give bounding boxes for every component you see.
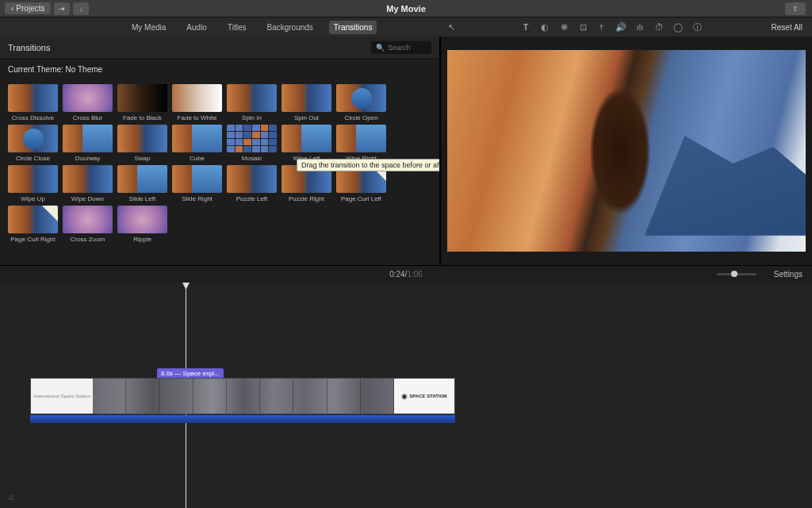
share-button[interactable]: ⇪ [785,2,806,15]
transition-label: Circle Close [16,155,50,162]
title-bar: ‹ Projects ⇥ ↓ My Movie ⇪ [0,0,812,17]
tab-audio[interactable]: Audio [182,21,212,34]
chevron-left-icon: ‹ [11,4,13,13]
import-media-button[interactable]: ⇥ [54,2,70,15]
transition-ripple[interactable]: Ripple [117,206,167,243]
transition-thumbnail [282,84,331,112]
title-clip[interactable]: International Space Station [31,379,93,414]
transition-label: Page Curl Right [10,236,55,243]
transition-thumbnail [8,165,58,193]
search-icon: 🔍 [376,44,385,52]
transition-fade-to-white[interactable]: Fade to White [172,84,222,121]
transition-label: Slide Left [129,195,155,202]
transition-thumbnail [8,84,58,112]
transition-wipe-left[interactable]: Wipe Left [282,125,331,162]
preview-video-frame[interactable] [447,50,806,252]
transition-page-curl-right[interactable]: Page Curl Right [8,206,58,243]
transition-spin-out[interactable]: Spin Out [282,84,331,121]
current-theme-label: Current Theme: No Theme [0,60,439,79]
clip-filter-button[interactable]: ◯ [672,21,684,33]
end-clip-label: SPACE STATION [409,394,446,398]
transition-slide-right[interactable]: Slide Right [172,165,222,202]
download-icon: ↓ [79,5,83,13]
transition-cross-blur[interactable]: Cross Blur [63,84,113,121]
search-placeholder: Search [388,44,411,52]
transition-fade-to-black[interactable]: Fade to Black [117,84,167,121]
transition-spin-in[interactable]: Spin In [227,84,277,121]
transition-doorway[interactable]: Doorway [63,125,113,162]
transition-label: Cube [190,155,205,162]
video-clip[interactable] [93,379,394,414]
reset-all-button[interactable]: Reset All [772,23,802,32]
transition-label: Cross Dissolve [12,114,54,121]
drag-tooltip: Drag the transition to the space before … [297,159,439,171]
total-duration: 1:06 [407,270,422,279]
tab-my-media[interactable]: My Media [127,21,170,34]
transition-cross-dissolve[interactable]: Cross Dissolve [8,84,58,121]
transition-wipe-down[interactable]: Wipe Down [63,165,113,202]
transition-thumbnail [117,206,167,233]
color-balance-button[interactable]: ◐ [539,21,550,33]
project-title: My Movie [386,4,426,13]
transition-thumbnail [117,165,167,193]
music-icon: ♫ [8,493,14,502]
transition-puzzle-left[interactable]: Puzzle Left [227,165,277,202]
transition-thumbnail [336,84,386,112]
transition-label: Spin Out [294,114,319,121]
transition-thumbnail [227,165,277,193]
preview-tools: ↖ T ◐ ❋ ⊡ ⫯ 🔊 ılı ⏱ ◯ ⓘ [446,21,703,33]
info-button[interactable]: ⓘ [691,21,703,33]
text-tool-button[interactable]: T [520,21,531,33]
transition-label: Puzzle Right [289,195,324,202]
transition-label: Doorway [75,155,101,162]
transition-circle-open[interactable]: Circle Open [336,84,386,121]
transition-cube[interactable]: Cube [172,125,222,162]
transition-thumbnail [63,206,113,233]
transition-swap[interactable]: Swap [117,125,167,162]
transition-thumbnail [172,125,222,152]
transition-label: Ripple [133,236,151,243]
timeline-zoom-slider[interactable] [717,273,756,275]
speed-button[interactable]: ⏱ [653,21,665,33]
transitions-grid: Cross DissolveCross BlurFade to BlackFad… [0,79,439,251]
playhead-time: 0:24 [389,270,404,279]
end-title-clip[interactable]: ◉ SPACE STATION [394,379,454,414]
transition-thumbnail [227,125,277,152]
back-to-projects-button[interactable]: ‹ Projects [5,2,51,14]
transition-label: Mosaic [242,155,262,162]
crop-button[interactable]: ⊡ [577,21,588,33]
transition-wipe-right[interactable]: Wipe Right [336,125,386,162]
search-input[interactable]: 🔍 Search [371,41,431,54]
transitions-browser: Transitions 🔍 Search Current Theme: No T… [0,37,441,265]
transition-circle-close[interactable]: Circle Close [8,125,58,162]
tab-backgrounds[interactable]: Backgrounds [262,21,317,34]
noise-reduction-button[interactable]: ılı [634,21,645,33]
event-browser-button[interactable]: ↖ [446,21,457,33]
tab-titles[interactable]: Titles [223,21,251,34]
audio-track[interactable] [30,415,455,423]
download-button[interactable]: ↓ [73,2,89,15]
transition-label: Slide Right [182,195,213,202]
media-tabs: My MediaAudioTitlesBackgroundsTransition… [127,21,377,34]
video-track: International Space Station ◉ SPACE STAT… [30,378,455,414]
projects-label: Projects [16,4,44,13]
transition-label: Page Curl Left [341,195,381,202]
transition-cross-zoom[interactable]: Cross Zoom [63,206,113,243]
color-correction-button[interactable]: ❋ [558,21,569,33]
transition-thumbnail [172,165,222,193]
transition-label: Swap [134,155,150,162]
tab-transitions[interactable]: Transitions [329,21,377,34]
timeline[interactable]: 8.0s — Space expl... International Space… [0,283,812,508]
stabilization-button[interactable]: ⫯ [596,21,607,33]
transition-label: Wipe Up [21,195,45,202]
transition-thumbnail [8,206,58,233]
transition-mosaic[interactable]: Mosaic [227,125,277,162]
transition-wipe-up[interactable]: Wipe Up [8,165,58,202]
settings-button[interactable]: Settings [774,270,802,279]
transition-label: Spin In [242,114,262,121]
volume-button[interactable]: 🔊 [615,21,626,33]
transition-label: Cross Zoom [71,236,105,243]
toolbar: My MediaAudioTitlesBackgroundsTransition… [0,17,812,37]
transition-slide-left[interactable]: Slide Left [117,165,167,202]
share-icon: ⇪ [792,5,799,13]
